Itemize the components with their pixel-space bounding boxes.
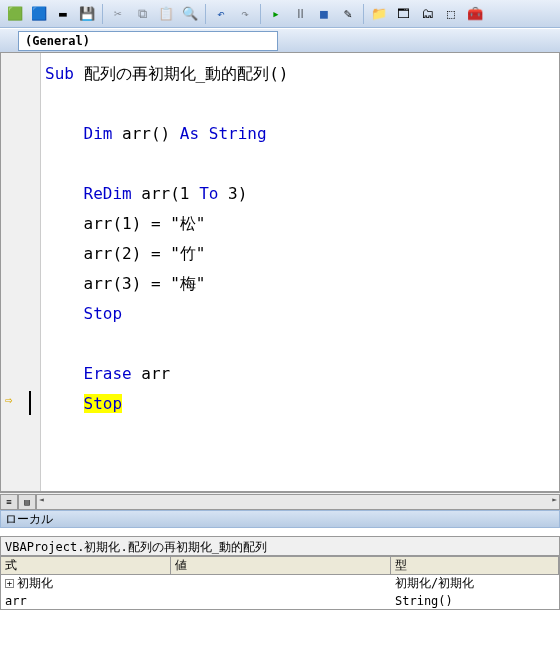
col-expr[interactable]: 式 [1,557,171,574]
props-icon[interactable]: 🗔 [392,3,414,25]
locals-context: VBAProject.初期化.配列の再初期化_動的配列 [0,536,560,556]
locals-grid: 式 値 型 +初期化初期化/初期化 arrString() [0,556,560,610]
excel-icon[interactable]: 🟩 [4,3,26,25]
locals-title: ローカル [0,510,560,528]
object-dropdown[interactable]: (General) [18,31,278,51]
view-switcher: ≡ ▤ [0,492,560,510]
table-row[interactable]: +初期化初期化/初期化 [1,575,559,592]
obj-icon[interactable]: 🗂 [416,3,438,25]
code-text[interactable]: Sub 配列の再初期化_動的配列() Dim arr() As String R… [41,53,559,491]
main-toolbar: 🟩 🟦 ▬ 💾 ✂ ⧉ 📋 🔍 ↶ ↷ ▸ ⏸ ■ ✎ 📁 🗔 🗂 ⬚ 🧰 [0,0,560,28]
project-icon[interactable]: 📁 [368,3,390,25]
margin-gutter: ⇨ [1,53,41,491]
save-icon[interactable]: 💾 [76,3,98,25]
proc-view-button[interactable]: ≡ [0,494,18,510]
full-view-button[interactable]: ▤ [18,494,36,510]
word-icon[interactable]: 🟦 [28,3,50,25]
reset-icon[interactable]: ■ [313,3,335,25]
run-icon[interactable]: ▸ [265,3,287,25]
col-type[interactable]: 型 [391,557,559,574]
horizontal-scrollbar[interactable] [36,494,560,510]
paste-icon[interactable]: 📋 [155,3,177,25]
toolbox-icon[interactable]: 🧰 [464,3,486,25]
find-icon[interactable]: 🔍 [179,3,201,25]
caret-indicator [29,391,31,415]
design-icon[interactable]: ✎ [337,3,359,25]
cut-icon[interactable]: ✂ [107,3,129,25]
redo-icon[interactable]: ↷ [234,3,256,25]
code-editor[interactable]: ⇨ Sub 配列の再初期化_動的配列() Dim arr() As String… [0,52,560,492]
col-value[interactable]: 値 [171,557,391,574]
proc-selector-row: (General) [0,28,560,52]
execution-arrow-icon: ⇨ [5,393,12,407]
break-icon[interactable]: ⏸ [289,3,311,25]
grid-header: 式 値 型 [1,557,559,575]
copy-icon[interactable]: ⧉ [131,3,153,25]
order-icon[interactable]: ⬚ [440,3,462,25]
undo-icon[interactable]: ↶ [210,3,232,25]
expand-icon[interactable]: + [5,579,14,588]
table-row[interactable]: arrString() [1,592,559,609]
line-icon[interactable]: ▬ [52,3,74,25]
